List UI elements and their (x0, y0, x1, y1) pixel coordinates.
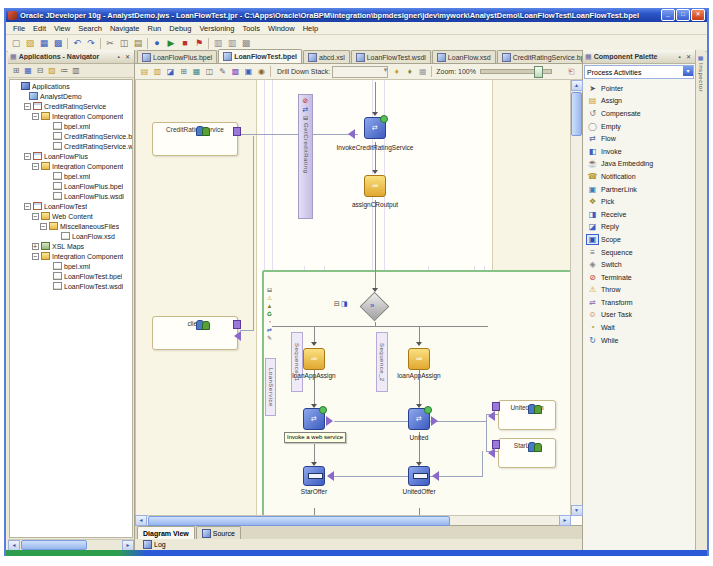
diagram-tool-icon[interactable]: ▦ (190, 65, 203, 78)
palette-item-partnerlink[interactable]: ▣PartnerLink (583, 183, 695, 196)
activity-invoke-united[interactable]: ⇄ (408, 408, 430, 430)
collapse-icon[interactable] (32, 113, 39, 120)
palette-item-switch[interactable]: ◈Switch (583, 258, 695, 271)
scroll-up-icon[interactable]: ▲ (571, 80, 583, 91)
tree-item-bpel-xml[interactable]: bpel.xml (10, 171, 132, 181)
palette-item-flow[interactable]: ⇄Flow (583, 132, 695, 145)
tab-source[interactable]: Source (196, 526, 241, 539)
palette-item-reply[interactable]: ◪Reply (583, 221, 695, 234)
menu-run[interactable]: Run (144, 24, 166, 33)
tree-item-applications[interactable]: Applications (10, 81, 132, 91)
collapse-icon[interactable] (24, 153, 31, 160)
palette-item-while[interactable]: ↻While (583, 334, 695, 347)
tree-item-miscellaneousfiles[interactable]: MiscellaneousFiles (10, 221, 132, 231)
palette-item-receive[interactable]: ◨Receive (583, 208, 695, 221)
scrollbar-thumb[interactable] (21, 540, 87, 550)
collapse-icon[interactable] (24, 103, 31, 110)
partner-port[interactable] (233, 127, 241, 136)
activity-unitedoffer[interactable] (408, 466, 430, 486)
tab-inspector[interactable]: Inspector (698, 63, 704, 92)
tree-item-bpel-xml[interactable]: bpel.xml (10, 261, 132, 271)
palette-item-assign[interactable]: ▤Assign (583, 95, 695, 108)
palette-item-invoke[interactable]: ◧Invoke (583, 145, 695, 158)
grid-icon[interactable]: ▩ (239, 37, 253, 50)
menu-debug[interactable]: Debug (165, 24, 195, 33)
close-button[interactable]: ✕ (691, 9, 705, 21)
drill-down-stack-combo[interactable] (332, 66, 388, 78)
diagram-tool-icon[interactable]: ▥ (151, 65, 164, 78)
partner-port[interactable] (233, 320, 241, 329)
tree-item-loanflowplus-bpel[interactable]: LoanFlowPlus.bpel (10, 181, 132, 191)
palette-item-notification[interactable]: ☎Notification (583, 170, 695, 183)
activity-invoke-creditrating[interactable]: ⇄ (364, 117, 386, 139)
collapse-icon[interactable] (32, 213, 39, 220)
collapsed-sequence-bar[interactable]: ⊘ ⇄ ⊟ GetCreditRating (298, 94, 313, 219)
nav-tool-icon[interactable]: ▥ (70, 64, 82, 77)
collapse-icon[interactable] (32, 253, 39, 260)
close-panel-icon[interactable]: ✕ (123, 53, 132, 60)
edit-icon[interactable]: ✎ (265, 334, 275, 342)
paste-icon[interactable]: ▤ (131, 37, 145, 50)
scroll-down-icon[interactable]: ▼ (571, 505, 583, 516)
menu-file[interactable]: File (9, 24, 29, 33)
undo-icon[interactable]: ↶ (70, 37, 84, 50)
catch-icon[interactable]: ▲ (265, 302, 275, 310)
diagram-tool-icon[interactable]: ▣ (242, 65, 255, 78)
tree-item-integration-component[interactable]: Integration Component (10, 251, 132, 261)
navigator-header[interactable]: ▦ Applications - Navigator ▪ ✕ (8, 50, 134, 64)
palette-item-compensate[interactable]: ↺Compensate (583, 107, 695, 120)
scrollbar-thumb[interactable] (571, 92, 582, 136)
open-file-icon[interactable]: ▨ (23, 37, 37, 50)
bpel-diagram-canvas[interactable]: ⊘ ⇄ ⊟ GetCreditRating CreditRatingServic… (135, 80, 571, 516)
palette-item-empty[interactable]: ◯Empty (583, 120, 695, 133)
palette-item-throw[interactable]: ⚠Throw (583, 284, 695, 297)
title-bar[interactable]: Oracle JDeveloper 10g - AnalystDemo.jws … (6, 8, 707, 22)
nav-tool-icon[interactable]: ≔ (58, 64, 70, 77)
tree-item-loanflowplus-wsdl[interactable]: LoanFlowPlus.wsdl (10, 191, 132, 201)
tab-log[interactable]: Log (154, 541, 166, 548)
copy-icon[interactable]: ◫ (117, 37, 131, 50)
new-file-icon[interactable]: ▢ (9, 37, 23, 50)
palette-item-sequence[interactable]: ≡Sequence (583, 246, 695, 259)
drill-tool-icon[interactable]: ♦ (390, 65, 403, 78)
debug-icon[interactable]: ⚑ (192, 37, 206, 50)
tree-item-loanflowtest[interactable]: LoanFlowTest (10, 201, 132, 211)
activity-loanappassign-right[interactable]: ≔ (408, 348, 430, 370)
tree-item-bpel-xml[interactable]: bpel.xml (10, 121, 132, 131)
palette-item-wait[interactable]: ◔Wait (583, 321, 695, 334)
menu-navigate[interactable]: Navigate (106, 24, 144, 33)
partnerlink-starloan[interactable]: StarLoan (498, 438, 556, 468)
cut-icon[interactable]: ✂ (103, 37, 117, 50)
menu-help[interactable]: Help (299, 24, 322, 33)
partnerlink-unitedloan[interactable]: UnitedLoan (498, 400, 556, 430)
breakpoint-icon[interactable]: ▥ (225, 37, 239, 50)
event-handler-icon[interactable]: ◔ (265, 318, 275, 326)
tree-item-creditratingservice[interactable]: CreditRatingService (10, 101, 132, 111)
palette-item-transform[interactable]: ⇌Transform (583, 296, 695, 309)
tree-item-creditratingservice-wsdl[interactable]: CreditRatingService.wsdl (10, 141, 132, 151)
profiler-icon[interactable]: ▥ (211, 37, 225, 50)
collapse-icon[interactable]: ⊟ (265, 286, 275, 294)
activity-loanappassign-left[interactable]: ≔ (303, 348, 325, 370)
diagram-tool-icon[interactable]: ⊞ (177, 65, 190, 78)
close-panel-icon[interactable]: ✕ (684, 53, 693, 60)
sequence-left-vertical[interactable]: Sequence_1 (291, 332, 303, 392)
save-all-icon[interactable]: ▩ (51, 37, 65, 50)
tab-abcd-xsl[interactable]: abcd.xsl (303, 50, 350, 63)
expand-icon[interactable] (32, 243, 39, 250)
diagram-tool-icon[interactable]: ▤ (138, 65, 151, 78)
diagram-tool-icon[interactable]: ◪ (164, 65, 177, 78)
stop-icon[interactable]: ■ (178, 37, 192, 50)
tree-item-loanflowtest-wsdl[interactable]: LoanFlowTest.wsdl (10, 281, 132, 291)
tree-item-loanflow-xsd[interactable]: LoanFlow.xsd (10, 231, 132, 241)
menu-window[interactable]: Window (264, 24, 299, 33)
drill-tool-icon[interactable]: ♦ (403, 65, 416, 78)
tree-item-analystdemo[interactable]: AnalystDemo (10, 91, 132, 101)
diagram-tool-icon[interactable]: ◉ (255, 65, 268, 78)
collapsed-activity[interactable]: ⊟ ◨ (334, 300, 348, 308)
collapse-icon[interactable] (40, 223, 47, 230)
tab-loanflow-xsd[interactable]: LoanFlow.xsd (432, 50, 496, 63)
pin-icon[interactable]: ▪ (114, 54, 123, 60)
tree-item-creditratingservice-bpel[interactable]: CreditRatingService.bpel (10, 131, 132, 141)
print-icon[interactable]: ⎗ (565, 65, 578, 78)
